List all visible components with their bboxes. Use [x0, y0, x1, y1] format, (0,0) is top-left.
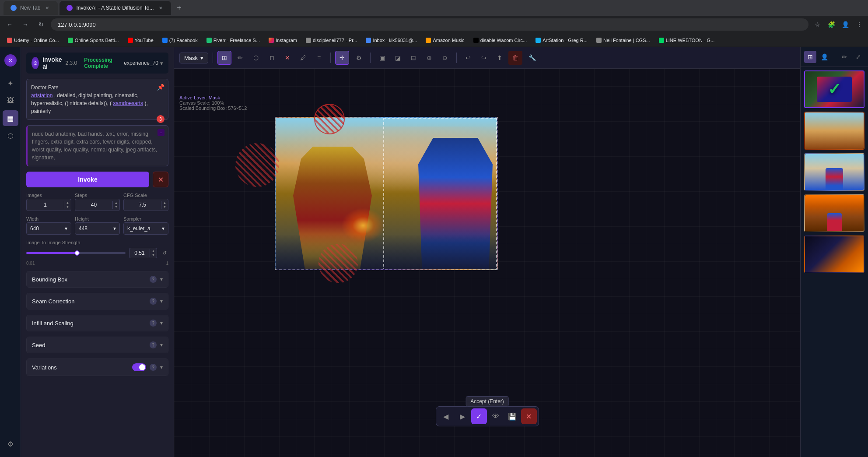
gallery-thumb-5[interactable]: [804, 236, 864, 273]
seed-help[interactable]: ?: [150, 341, 157, 348]
tool-crosshair[interactable]: ✛: [335, 51, 349, 65]
accept-close-btn[interactable]: ✕: [521, 408, 537, 424]
extensions-btn[interactable]: 🧩: [826, 19, 836, 30]
tool-pen[interactable]: 🖊: [296, 51, 310, 65]
infill-help[interactable]: ?: [150, 320, 157, 327]
tool-layer-2[interactable]: ◪: [391, 51, 405, 65]
rail-icon-logo[interactable]: ⊙: [3, 53, 18, 68]
tool-redo[interactable]: ↪: [477, 51, 491, 65]
bookmark-disciple[interactable]: discipleneil777 - Pr...: [302, 37, 361, 44]
back-button[interactable]: ←: [4, 18, 16, 31]
bookmark-wacom[interactable]: disable Wacom Circ...: [470, 37, 531, 44]
strength-slider[interactable]: [26, 252, 126, 254]
rail-icon-generate[interactable]: ✦: [3, 75, 18, 91]
tool-settings[interactable]: ⚙: [352, 51, 366, 65]
tool-layer-3[interactable]: ⊟: [406, 51, 420, 65]
tool-lasso[interactable]: ⊓: [265, 51, 279, 65]
tool-eraser[interactable]: ⬡: [249, 51, 263, 65]
tool-clear[interactable]: ✕: [280, 51, 294, 65]
rail-icon-settings[interactable]: ⚙: [3, 436, 18, 452]
accept-prev-btn[interactable]: ◀: [438, 408, 454, 424]
rail-icon-nodes[interactable]: ⬡: [3, 128, 18, 144]
address-input[interactable]: [51, 18, 808, 31]
accept-save-btn[interactable]: 💾: [504, 408, 520, 424]
tab-invokeai[interactable]: InvokeAI - A Stable Diffusion To... ✕: [60, 1, 171, 15]
strength-down[interactable]: ▼: [150, 253, 157, 257]
refresh-button[interactable]: ↻: [35, 18, 47, 31]
tool-layer-1[interactable]: ▣: [375, 51, 389, 65]
height-select[interactable]: 448 ▾: [75, 222, 120, 235]
bounding-box-help[interactable]: ?: [150, 276, 157, 283]
bookmark-inbox[interactable]: Inbox - klk56831@...: [362, 37, 420, 44]
bounding-box-header[interactable]: Bounding Box ? ▾: [27, 271, 168, 287]
gallery-thumb-1[interactable]: ✓: [804, 70, 864, 108]
negative-prompt-box[interactable]: − nude bad anatomy, bad hands, text, err…: [26, 125, 168, 166]
seam-correction-help[interactable]: ?: [150, 298, 157, 305]
gallery-pen-btn[interactable]: ✏: [838, 51, 850, 63]
bookmark-star[interactable]: ☆: [812, 19, 822, 30]
width-select[interactable]: 640 ▾: [26, 222, 71, 235]
profile-btn[interactable]: 👤: [840, 19, 850, 30]
tab-new-tab[interactable]: New Tab ✕: [4, 1, 58, 15]
new-tab-button[interactable]: +: [173, 2, 185, 14]
tool-wrench[interactable]: 🔧: [525, 51, 539, 65]
images-up[interactable]: ▲: [64, 201, 71, 205]
strength-reset[interactable]: ↺: [161, 250, 168, 256]
tool-upload[interactable]: ⬆: [493, 51, 507, 65]
cfg-control[interactable]: 7.5 ▲ ▼: [123, 199, 168, 211]
bookmark-udemy[interactable]: Udemy - Online Co...: [4, 37, 63, 44]
gallery-grid-btn[interactable]: ⊞: [804, 51, 816, 63]
invoke-button[interactable]: Invoke: [26, 172, 149, 187]
variations-help[interactable]: ?: [150, 364, 157, 371]
gallery-thumb-4[interactable]: [804, 194, 864, 232]
bookmark-youtube[interactable]: YouTube: [124, 37, 157, 44]
tool-delete[interactable]: 🗑: [508, 51, 522, 65]
gallery-thumb-3[interactable]: [804, 153, 864, 191]
accept-next-btn[interactable]: ▶: [455, 408, 470, 424]
tab-invokeai-close[interactable]: ✕: [157, 4, 164, 11]
gallery-person-btn[interactable]: 👤: [818, 51, 830, 63]
accept-eye-btn[interactable]: 👁: [488, 408, 504, 424]
tool-undo[interactable]: ↩: [461, 51, 475, 65]
seam-correction-header[interactable]: Seam Correction ? ▾: [27, 293, 168, 309]
rail-icon-gallery[interactable]: 🖼: [3, 93, 18, 109]
canvas-viewport[interactable]: Active Layer: Mask Canvas Scale: 100% Sc…: [174, 69, 800, 457]
strength-value-box[interactable]: 0.51 ▲ ▼: [129, 248, 157, 258]
steps-down[interactable]: ▼: [113, 205, 119, 209]
tool-layer-5[interactable]: ⊖: [438, 51, 452, 65]
tool-layer-4[interactable]: ⊕: [422, 51, 436, 65]
gallery-expand-btn[interactable]: ⤢: [852, 51, 864, 63]
images-control[interactable]: 1 ▲ ▼: [26, 199, 71, 211]
tool-options[interactable]: ≡: [312, 51, 326, 65]
cfg-up[interactable]: ▲: [161, 201, 168, 205]
positive-prompt-box[interactable]: 📌 Doctor Fate artstation , detailed, dig…: [26, 79, 168, 120]
seed-header[interactable]: Seed ? ▾: [27, 337, 168, 353]
cfg-down[interactable]: ▼: [161, 205, 168, 209]
variations-toggle[interactable]: [132, 363, 146, 371]
gallery-thumb-2[interactable]: [804, 112, 864, 149]
bookmark-sports[interactable]: Online Sports Betti...: [64, 37, 122, 44]
bookmark-fiverr[interactable]: Fiverr - Freelance S...: [203, 37, 263, 44]
tool-brush[interactable]: ✏: [233, 51, 247, 65]
tab-new-tab-close[interactable]: ✕: [44, 4, 51, 11]
sampler-select[interactable]: k_euler_a ▾: [123, 222, 168, 235]
mask-dropdown[interactable]: Mask ▾: [179, 53, 208, 63]
infill-header[interactable]: Infill and Scaling ? ▾: [27, 315, 168, 331]
cancel-button[interactable]: ✕: [153, 172, 168, 187]
steps-up[interactable]: ▲: [113, 201, 119, 205]
bookmark-amazon[interactable]: Amazon Music: [422, 37, 468, 44]
bookmark-facebook[interactable]: (7) Facebook: [159, 37, 201, 44]
images-down[interactable]: ▼: [64, 205, 71, 209]
rail-icon-canvas[interactable]: ▦: [3, 110, 18, 126]
experience-dropdown-icon[interactable]: ▾: [160, 60, 163, 67]
bookmark-instagram[interactable]: Instagram: [265, 37, 301, 44]
strength-up[interactable]: ▲: [150, 249, 157, 253]
menu-btn[interactable]: ⋮: [854, 19, 864, 30]
tool-move[interactable]: ⊞: [217, 51, 231, 65]
variations-header[interactable]: Variations ? ▾: [27, 359, 168, 376]
accept-confirm-btn[interactable]: ✓: [471, 408, 487, 424]
prompt-pin-icon[interactable]: 📌: [157, 83, 164, 92]
bookmark-webtoon[interactable]: LINE WEBTOON - G...: [655, 37, 718, 44]
steps-control[interactable]: 40 ▲ ▼: [75, 199, 120, 211]
bookmark-neil[interactable]: Neil Fontaine | CGS...: [593, 37, 654, 44]
